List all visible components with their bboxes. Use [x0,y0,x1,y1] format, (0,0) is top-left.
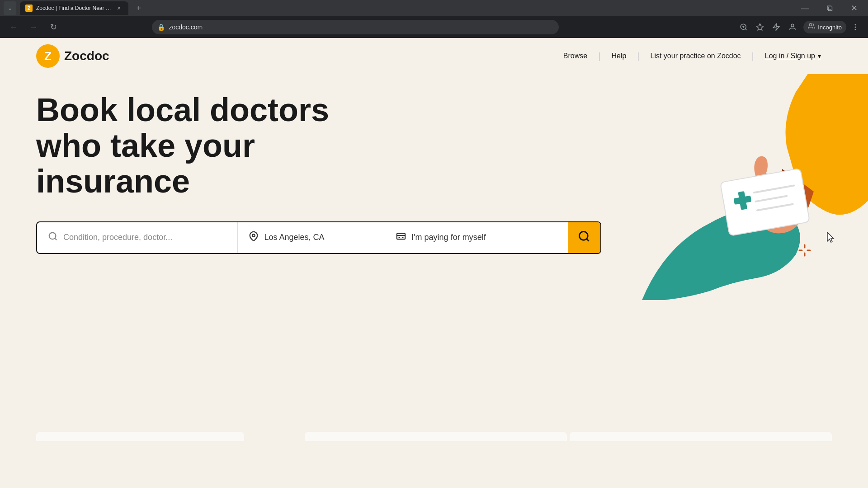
svg-point-23 [253,234,255,237]
incognito-label: Incognito [818,24,842,31]
bottom-card-hint-3 [570,432,832,441]
back-button[interactable]: ← [5,19,22,35]
website-content: Z Zocdoc Browse | Help | List your pract… [0,38,868,443]
insurance-value: I'm paying for myself [411,233,486,242]
hero-headline: Book local doctors who take your insuran… [36,92,407,200]
lock-icon: 🔒 [157,23,165,31]
search-button-icon [578,230,590,245]
logo-icon: Z [36,44,60,68]
new-tab-button[interactable]: + [132,1,146,15]
svg-point-28 [580,231,588,240]
login-label: Log in / Sign up [765,52,815,60]
bookmark-icon[interactable] [753,20,767,34]
bottom-card-hint-2 [305,432,567,441]
close-button[interactable]: ✕ [844,0,864,16]
tab-title: Zocdoc | Find a Doctor Near Yo [36,5,111,11]
restore-button[interactable]: ⧉ [819,0,840,16]
insurance-icon [396,231,406,244]
location-value: Los Angeles, CA [264,233,324,242]
refresh-button[interactable]: ↻ [45,19,61,35]
browser-tab-dropdown[interactable]: ⌄ [4,1,16,15]
condition-search-field[interactable]: Condition, procedure, doctor... [37,222,238,253]
minimize-button[interactable]: — [795,0,816,16]
nav-browse[interactable]: Browse [552,52,598,60]
svg-point-7 [855,24,856,25]
bottom-cards-row [0,432,868,443]
address-bar[interactable]: 🔒 zocdoc.com [152,20,559,34]
svg-marker-4 [757,24,764,30]
headline-line2: who take your insurance [36,127,255,199]
toolbar-icons: Incognito [736,20,863,34]
window-controls: — ⧉ ✕ [795,0,864,16]
hero-section: Book local doctors who take your insuran… [0,74,868,309]
tab-close-button[interactable]: × [115,4,123,12]
login-chevron: ▾ [818,52,821,60]
condition-placeholder: Condition, procedure, doctor... [63,233,172,242]
login-button[interactable]: Log in / Sign up ▾ [754,52,832,60]
incognito-button[interactable]: Incognito [803,21,846,33]
nav-list-practice[interactable]: List your practice on Zocdoc [640,52,752,60]
lens-icon[interactable] [736,20,751,34]
browser-navbar: ← → ↻ 🔒 zocdoc.com [0,16,868,38]
svg-line-22 [55,238,57,240]
url-text: zocdoc.com [169,23,553,31]
forward-button[interactable]: → [25,19,42,35]
browser-titlebar: ⌄ Z Zocdoc | Find a Doctor Near Yo × + —… [0,0,868,16]
location-field[interactable]: Los Angeles, CA [238,222,385,253]
site-header: Z Zocdoc Browse | Help | List your pract… [0,38,868,74]
svg-point-8 [855,27,856,28]
svg-point-6 [810,23,812,26]
dropdown-chevron: ⌄ [8,5,12,11]
svg-point-5 [791,24,794,27]
tab-favicon: Z [25,5,33,12]
search-button[interactable] [568,222,600,253]
profile-icon[interactable] [785,20,800,34]
incognito-icon [808,23,815,32]
search-field-icon [48,231,58,244]
browser-chrome: ⌄ Z Zocdoc | Find a Doctor Near Yo × + —… [0,0,868,38]
extensions-icon[interactable] [769,20,783,34]
site-navigation: Browse | Help | List your practice on Zo… [552,51,832,61]
logo-text: Zocdoc [64,49,109,63]
svg-line-1 [745,28,747,30]
location-icon [249,231,259,244]
svg-point-9 [855,29,856,30]
svg-point-21 [49,233,56,239]
active-tab[interactable]: Z Zocdoc | Find a Doctor Near Yo × [20,1,128,15]
logo-link[interactable]: Z Zocdoc [36,44,109,68]
hero-illustration [552,74,868,300]
bottom-card-hint-1 [36,432,244,441]
svg-rect-24 [397,234,405,239]
nav-help[interactable]: Help [600,52,637,60]
menu-button[interactable] [848,20,863,34]
search-bar: Condition, procedure, doctor... Los Ange… [36,221,601,254]
headline-line1: Book local doctors [36,92,329,128]
svg-line-29 [586,239,589,241]
insurance-field[interactable]: I'm paying for myself [385,222,568,253]
